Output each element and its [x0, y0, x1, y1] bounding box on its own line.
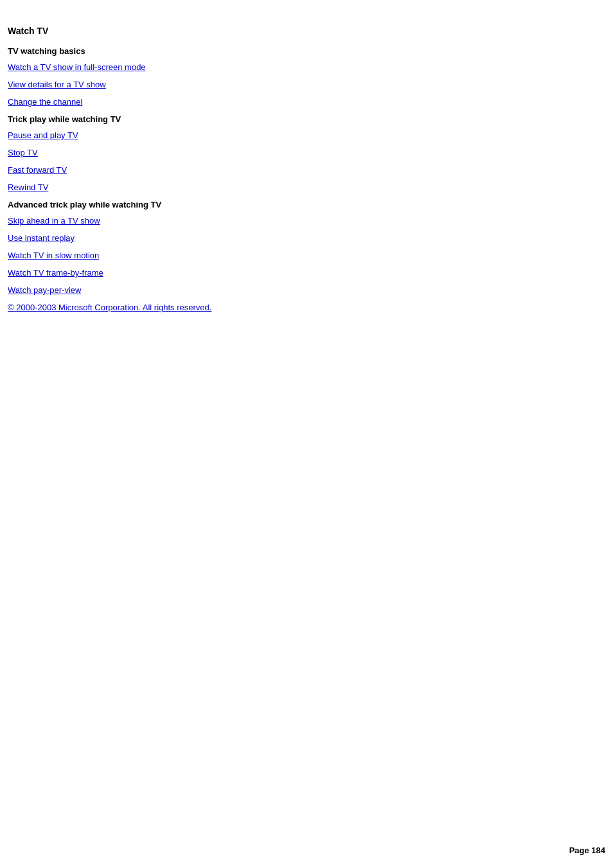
link-channel[interactable]: Change the channel [8, 97, 442, 107]
section-advanced-trick-play: Advanced trick play while watching TV Sk… [8, 200, 442, 295]
link-details[interactable]: View details for a TV show [8, 80, 442, 89]
page-number: Page 184 [569, 846, 605, 855]
link-fullscreen[interactable]: Watch a TV show in full-screen mode [8, 62, 442, 72]
link-rewind[interactable]: Rewind TV [8, 182, 442, 192]
section-tv-watching-basics: TV watching basics Watch a TV show in fu… [8, 46, 442, 107]
page-title: Watch TV [8, 26, 442, 36]
link-fast-forward[interactable]: Fast forward TV [8, 165, 442, 175]
section-heading-advanced-trick-play: Advanced trick play while watching TV [8, 200, 442, 209]
link-skip-ahead[interactable]: Skip ahead in a TV show [8, 216, 442, 226]
link-stop[interactable]: Stop TV [8, 148, 442, 157]
link-pay-per-view[interactable]: Watch pay-per-view [8, 285, 442, 295]
link-frame-by-frame[interactable]: Watch TV frame-by-frame [8, 268, 442, 278]
section-heading-trick-play: Trick play while watching TV [8, 114, 442, 124]
link-pause-play[interactable]: Pause and play TV [8, 130, 442, 140]
copyright-link[interactable]: © 2000-2003 Microsoft Corporation. All r… [8, 303, 442, 312]
link-slow-motion[interactable]: Watch TV in slow motion [8, 251, 442, 260]
link-instant-replay[interactable]: Use instant replay [8, 233, 442, 243]
section-trick-play: Trick play while watching TV Pause and p… [8, 114, 442, 192]
section-heading-tv-watching-basics: TV watching basics [8, 46, 442, 56]
